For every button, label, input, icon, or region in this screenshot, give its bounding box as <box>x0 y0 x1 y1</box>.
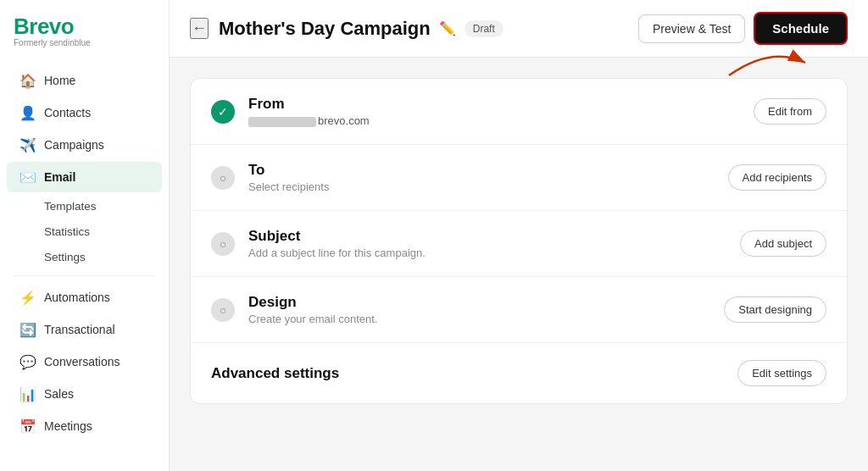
subject-row: ○ Subject Add a subject line for this ca… <box>191 211 847 277</box>
sidebar-item-automations[interactable]: ⚡ Automations <box>7 282 162 313</box>
from-row: ✓ From brevo.com Edit from <box>191 79 847 145</box>
to-row: ○ To Select recipients Add recipients <box>191 145 847 211</box>
sidebar-item-meetings[interactable]: 📅 Meetings <box>7 411 162 441</box>
design-status-icon: ○ <box>211 298 235 322</box>
automations-icon: ⚡ <box>20 290 36 305</box>
content-area: ✓ From brevo.com Edit from ○ To <box>170 58 868 424</box>
from-label: From <box>248 96 740 113</box>
edit-from-button[interactable]: Edit from <box>754 98 826 125</box>
sidebar-item-contacts-label: Contacts <box>44 106 91 119</box>
logo: Brevo Formerly sendinblue <box>0 14 169 64</box>
advanced-action: Edit settings <box>737 360 826 386</box>
sidebar-item-templates[interactable]: Templates <box>7 194 162 219</box>
from-value: brevo.com <box>248 114 740 127</box>
subject-label: Subject <box>248 228 726 245</box>
from-status-icon: ✓ <box>211 100 235 124</box>
advanced-settings-label: Advanced settings <box>211 365 724 382</box>
schedule-button[interactable]: Schedule <box>754 12 848 45</box>
edit-title-icon[interactable]: ✏️ <box>439 20 456 36</box>
subject-status-icon: ○ <box>211 232 235 256</box>
sidebar-item-transactional[interactable]: 🔄 Transactional <box>7 314 162 345</box>
sidebar-item-sales-label: Sales <box>44 387 74 401</box>
to-status-icon: ○ <box>211 166 235 190</box>
subject-action: Add subject <box>740 230 826 257</box>
sales-icon: 📊 <box>20 386 36 402</box>
sidebar-sub-nav: Templates Statistics Settings <box>0 193 169 270</box>
page-title-group: Mother's Day Campaign ✏️ Draft <box>219 18 628 40</box>
design-sub: Create your email content. <box>248 313 710 325</box>
transactional-icon: 🔄 <box>20 322 36 337</box>
email-icon: ✉️ <box>20 169 36 185</box>
campaign-title: Mother's Day Campaign <box>219 18 431 40</box>
sidebar-item-sales[interactable]: 📊 Sales <box>7 379 162 409</box>
logo-sub: Formerly sendinblue <box>14 38 155 47</box>
design-action: Start designing <box>724 296 826 323</box>
edit-settings-button[interactable]: Edit settings <box>737 360 826 386</box>
start-designing-button[interactable]: Start designing <box>724 296 826 323</box>
add-subject-button[interactable]: Add subject <box>740 230 826 257</box>
campaign-card: ✓ From brevo.com Edit from ○ To <box>190 78 848 404</box>
sidebar-item-settings-sub[interactable]: Settings <box>7 245 162 269</box>
sidebar-item-contacts[interactable]: 👤 Contacts <box>7 97 162 128</box>
from-content: From brevo.com <box>248 96 740 127</box>
from-action: Edit from <box>754 98 826 125</box>
conversations-icon: 💬 <box>20 354 36 369</box>
sidebar-divider <box>14 275 155 276</box>
main-content: ← Mother's Day Campaign ✏️ Draft Preview… <box>170 0 868 471</box>
sidebar-item-conversations[interactable]: 💬 Conversations <box>7 346 162 377</box>
topbar: ← Mother's Day Campaign ✏️ Draft Preview… <box>170 0 868 58</box>
topbar-actions: Preview & Test Schedule <box>638 12 848 45</box>
back-button[interactable]: ← <box>190 18 209 39</box>
sidebar-item-home-label: Home <box>44 74 75 87</box>
sidebar-item-statistics[interactable]: Statistics <box>7 219 162 244</box>
sidebar-item-meetings-label: Meetings <box>44 419 92 433</box>
advanced-settings-row: Advanced settings Edit settings <box>191 343 847 403</box>
sidebar-item-campaigns-label: Campaigns <box>44 138 104 152</box>
sidebar-item-campaigns[interactable]: ✈️ Campaigns <box>7 130 162 160</box>
add-recipients-button[interactable]: Add recipients <box>728 164 826 191</box>
contacts-icon: 👤 <box>20 105 36 120</box>
email-blurred <box>248 117 316 127</box>
sidebar-item-home[interactable]: 🏠 Home <box>7 65 162 96</box>
sidebar-item-conversations-label: Conversations <box>44 355 120 368</box>
campaigns-icon: ✈️ <box>20 137 36 152</box>
sidebar-item-email-label: Email <box>44 170 75 184</box>
preview-test-button[interactable]: Preview & Test <box>638 14 745 43</box>
campaign-card-wrapper: ✓ From brevo.com Edit from ○ To <box>190 78 848 404</box>
sidebar: Brevo Formerly sendinblue 🏠 Home 👤 Conta… <box>0 0 170 471</box>
draft-badge: Draft <box>465 20 504 37</box>
meetings-icon: 📅 <box>20 418 36 434</box>
email-domain: brevo.com <box>318 114 370 127</box>
to-content: To Select recipients <box>248 162 715 193</box>
to-action: Add recipients <box>728 164 826 191</box>
logo-name: Brevo <box>14 14 155 40</box>
sidebar-item-email[interactable]: ✉️ Email <box>7 162 162 192</box>
subject-sub: Add a subject line for this campaign. <box>248 247 726 259</box>
design-row: ○ Design Create your email content. Star… <box>191 277 847 343</box>
design-label: Design <box>248 294 710 311</box>
subject-content: Subject Add a subject line for this camp… <box>248 228 726 259</box>
design-content: Design Create your email content. <box>248 294 710 325</box>
to-label: To <box>248 162 715 179</box>
home-icon: 🏠 <box>20 73 36 88</box>
sidebar-item-transactional-label: Transactional <box>44 323 115 336</box>
sidebar-item-automations-label: Automations <box>44 291 110 304</box>
to-sub: Select recipients <box>248 180 715 193</box>
